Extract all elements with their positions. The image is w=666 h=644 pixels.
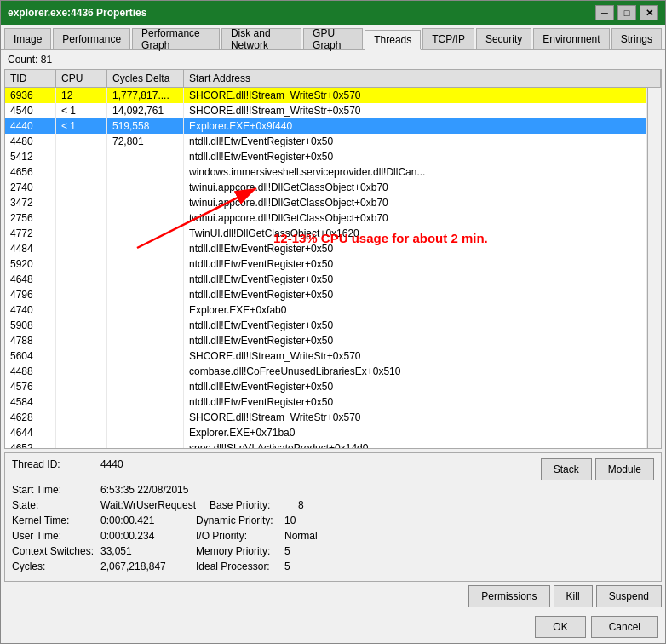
cell-cpu xyxy=(56,149,107,164)
scrollbar[interactable] xyxy=(647,88,661,448)
suspend-button[interactable]: Suspend xyxy=(596,585,662,607)
table-row[interactable]: 6936121,777,817....SHCORE.dll!IStream_Wr… xyxy=(5,88,647,103)
permissions-button[interactable]: Permissions xyxy=(468,585,549,607)
cancel-button[interactable]: Cancel xyxy=(591,616,658,638)
cell-tid: 4788 xyxy=(5,333,56,348)
table-row[interactable]: 4656windows.immersiveshell.serviceprovid… xyxy=(5,164,647,180)
cell-tid: 4628 xyxy=(5,410,56,425)
tab-threads[interactable]: Threads xyxy=(365,30,421,50)
state-item: State: Wait:WrUserRequest xyxy=(12,499,196,511)
state-label: State: xyxy=(12,499,97,511)
cell-tid: 4796 xyxy=(5,287,56,302)
cell-tid: 5604 xyxy=(5,348,56,364)
cell-address: combase.dll!CoFreeUnusedLibrariesEx+0x51… xyxy=(184,364,647,379)
cell-tid: 4440 xyxy=(5,118,56,134)
details-row-7: Cycles: 2,067,218,847 Ideal Processor: 5 xyxy=(12,561,654,572)
cell-cpu: < 1 xyxy=(56,118,107,134)
cell-cycles: 1,777,817.... xyxy=(107,88,184,103)
table-row[interactable]: 4772TwinUI.dll!DllGetClassObject+0x1620 xyxy=(5,226,647,241)
tab-disk-network[interactable]: Disk and Network xyxy=(221,28,301,49)
module-button[interactable]: Module xyxy=(595,458,654,480)
table-row[interactable]: 4796ntdll.dll!EtwEventRegister+0x50 xyxy=(5,287,647,302)
io-priority-value: Normal xyxy=(284,530,318,542)
cell-address: SHCORE.dll!IStream_WriteStr+0x570 xyxy=(184,348,647,364)
cycles-value: 2,067,218,847 xyxy=(100,561,166,572)
cell-cycles xyxy=(107,272,184,287)
cell-tid: 4648 xyxy=(5,272,56,287)
table-row[interactable]: 2756twinui.appcore.dll!DllGetClassObject… xyxy=(5,210,647,226)
dynamic-priority-value: 10 xyxy=(284,515,296,526)
table-row[interactable]: 4540< 114,092,761SHCORE.dll!IStream_Writ… xyxy=(5,103,647,118)
cell-address: Explorer.EXE+0x9f440 xyxy=(184,118,647,134)
table-row[interactable]: 4576ntdll.dll!EtwEventRegister+0x50 xyxy=(5,379,647,394)
table-row[interactable]: 4652sppc.dll!SLpVLActivateProduct+0x14d0 xyxy=(5,440,647,448)
table-row[interactable]: 4488combase.dll!CoFreeUnusedLibrariesEx+… xyxy=(5,364,647,379)
table-with-scroll: 6936121,777,817....SHCORE.dll!IStream_Wr… xyxy=(5,88,661,448)
tab-strings[interactable]: Strings xyxy=(611,28,662,49)
cell-address: Explorer.EXE+0xfab0 xyxy=(184,302,647,318)
table-row[interactable]: 4740Explorer.EXE+0xfab0 xyxy=(5,302,647,318)
tab-performance-graph[interactable]: Performance Graph xyxy=(132,28,220,49)
cell-address: ntdll.dll!EtwEventRegister+0x50 xyxy=(184,379,647,394)
tab-image[interactable]: Image xyxy=(4,28,51,49)
minimize-button[interactable]: ─ xyxy=(595,5,614,20)
cell-cycles xyxy=(107,149,184,164)
cell-cpu xyxy=(56,134,107,149)
cell-cycles xyxy=(107,226,184,241)
memory-priority-label: Memory Priority: xyxy=(196,545,281,557)
table-row[interactable]: 4648ntdll.dll!EtwEventRegister+0x50 xyxy=(5,272,647,287)
kill-button[interactable]: Kill xyxy=(554,585,593,607)
table-row[interactable]: 448072,801ntdll.dll!EtwEventRegister+0x5… xyxy=(5,134,647,149)
cell-tid: 2740 xyxy=(5,180,56,195)
start-time-item: Start Time: 6:53:35 22/08/2015 xyxy=(12,484,188,496)
table-body[interactable]: 6936121,777,817....SHCORE.dll!IStream_Wr… xyxy=(5,88,647,448)
maximize-button[interactable]: □ xyxy=(617,5,636,20)
details-row-2: Start Time: 6:53:35 22/08/2015 xyxy=(12,484,654,496)
thread-id-value: 4440 xyxy=(100,458,123,480)
stack-button[interactable]: Stack xyxy=(541,458,592,480)
cell-cycles xyxy=(107,348,184,364)
state-value: Wait:WrUserRequest xyxy=(100,499,196,511)
ok-cancel-buttons: OK Cancel xyxy=(1,611,665,643)
table-row[interactable]: 5604SHCORE.dll!IStream_WriteStr+0x570 xyxy=(5,348,647,364)
cycles-label: Cycles: xyxy=(12,561,97,572)
thread-id-item: Thread ID: 4440 xyxy=(12,458,182,480)
dynamic-priority-label: Dynamic Priority: xyxy=(196,515,281,526)
table-row[interactable]: 4584ntdll.dll!EtwEventRegister+0x50 xyxy=(5,394,647,410)
table-row[interactable]: 4628SHCORE.dll!IStream_WriteStr+0x570 xyxy=(5,410,647,425)
ok-button[interactable]: OK xyxy=(535,616,585,638)
tab-environment[interactable]: Environment xyxy=(533,28,609,49)
tab-security[interactable]: Security xyxy=(476,28,531,49)
table-row[interactable]: 5920ntdll.dll!EtwEventRegister+0x50 xyxy=(5,256,647,272)
table-row[interactable]: 2740twinui.appcore.dll!DllGetClassObject… xyxy=(5,180,647,195)
table-row[interactable]: 4644Explorer.EXE+0x71ba0 xyxy=(5,425,647,440)
cell-address: twinui.appcore.dll!DllGetClassObject+0xb… xyxy=(184,210,647,226)
tab-performance[interactable]: Performance xyxy=(53,28,130,49)
cell-cycles xyxy=(107,302,184,318)
cell-tid: 3472 xyxy=(5,195,56,210)
cell-cycles: 14,092,761 xyxy=(107,103,184,118)
tab-tcpip[interactable]: TCP/IP xyxy=(422,28,474,49)
header-cycles-delta: Cycles Delta xyxy=(107,70,184,87)
table-row[interactable]: 4440< 1519,558Explorer.EXE+0x9f440 xyxy=(5,118,647,134)
main-window: explorer.exe:4436 Properties ─ □ ✕ Image… xyxy=(0,0,666,644)
user-time-label: User Time: xyxy=(12,530,97,542)
tab-gpu-graph[interactable]: GPU Graph xyxy=(303,28,363,49)
cell-tid: 4656 xyxy=(5,164,56,180)
details-row-1: Thread ID: 4440 Stack Module xyxy=(12,458,654,480)
cell-address: SHCORE.dll!IStream_WriteStr+0x570 xyxy=(184,410,647,425)
table-row[interactable]: 3472twinui.appcore.dll!DllGetClassObject… xyxy=(5,195,647,210)
cell-cpu xyxy=(56,410,107,425)
cell-address: ntdll.dll!EtwEventRegister+0x50 xyxy=(184,333,647,348)
table-row[interactable]: 5412ntdll.dll!EtwEventRegister+0x50 xyxy=(5,149,647,164)
cell-cpu xyxy=(56,210,107,226)
table-row[interactable]: 5908ntdll.dll!EtwEventRegister+0x50 xyxy=(5,318,647,333)
io-priority-label: I/O Priority: xyxy=(196,530,281,542)
close-button[interactable]: ✕ xyxy=(640,5,658,20)
cell-address: ntdll.dll!EtwEventRegister+0x50 xyxy=(184,256,647,272)
table-row[interactable]: 4788ntdll.dll!EtwEventRegister+0x50 xyxy=(5,333,647,348)
cell-tid: 5920 xyxy=(5,256,56,272)
cell-cycles: 519,558 xyxy=(107,118,184,134)
table-row[interactable]: 4484ntdll.dll!EtwEventRegister+0x50 xyxy=(5,241,647,256)
cell-cpu xyxy=(56,394,107,410)
